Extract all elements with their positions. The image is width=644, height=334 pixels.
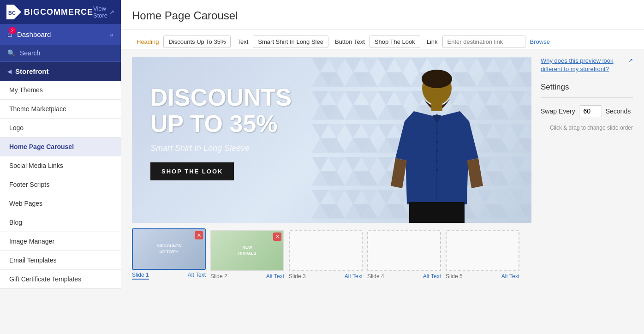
page-title: Home Page Carousel [132, 9, 633, 22]
slide-delete-1[interactable]: ✕ [195, 231, 203, 239]
main-content: Home Page Carousel Heading Discounts Up … [121, 0, 644, 334]
svg-point-13 [436, 141, 438, 143]
sidebar-item-logo[interactable]: Logo [0, 119, 121, 137]
svg-text:BC: BC [8, 10, 16, 16]
drag-hint: Click & drag to change slide order [541, 125, 633, 131]
sidebar-item-my-themes[interactable]: My Themes [0, 81, 121, 100]
slide-thumb-5[interactable] [446, 230, 519, 271]
slide-footer-1: Slide 1Alt Text [132, 272, 206, 280]
slide-footer-5: Slide 5Alt Text [446, 273, 519, 280]
slide-footer-2: Slide 2Alt Text [210, 273, 284, 280]
slide-thumb-2[interactable]: ✕ [210, 230, 284, 271]
slide-alt-text-4[interactable]: Alt Text [423, 273, 441, 280]
view-store-link[interactable]: View Store ↗ [93, 5, 114, 19]
sidebar-item-image-manager[interactable]: Image Manager [0, 232, 121, 251]
svg-point-12 [436, 132, 438, 134]
dashboard-label: Dashboard [17, 30, 51, 38]
dashboard-row[interactable]: ⌂ 2 Dashboard « [0, 24, 121, 45]
slide-footer-3: Slide 3Alt Text [289, 273, 363, 280]
text-tab-label: Text [233, 35, 253, 49]
settings-heading: Settings [541, 83, 633, 92]
search-icon: 🔍 [7, 49, 15, 57]
right-panel: Why does this preview look different to … [541, 57, 633, 327]
slide-number-4[interactable]: Slide 4 [367, 273, 384, 280]
slide-thumb-1[interactable]: ✕ [132, 228, 206, 270]
button-tab-label: Button Text [330, 35, 370, 49]
sidebar-item-blog[interactable]: Blog [0, 213, 121, 232]
nav-items: My ThemesTheme MarketplaceLogoHome Page … [0, 81, 121, 334]
link-input[interactable] [442, 36, 525, 48]
slide-delete-2[interactable]: ✕ [273, 233, 281, 241]
carousel-section: DISCOUNTS UP TO 35% Smart Shirt In Long … [132, 57, 531, 327]
text-value-tab[interactable]: Smart Shirt In Long Slee [253, 36, 328, 48]
storefront-collapse-icon: ◀ [7, 68, 12, 75]
dashboard-icon: ⌂ 2 [7, 30, 12, 39]
slide-alt-text-1[interactable]: Alt Text [188, 272, 206, 280]
preview-heading: DISCOUNTS UP TO 35% [150, 84, 326, 137]
sidebar-item-home-page-carousel[interactable]: Home Page Carousel [0, 137, 121, 156]
slide-alt-text-2[interactable]: Alt Text [266, 273, 284, 280]
svg-rect-10 [431, 102, 442, 111]
slide-number-2[interactable]: Slide 2 [210, 273, 227, 280]
slide-alt-text-5[interactable]: Alt Text [501, 273, 519, 280]
heading-tab-label: Heading [132, 35, 163, 49]
external-icon: ↗ [628, 57, 633, 65]
search-row[interactable]: 🔍 Search [0, 45, 121, 62]
svg-point-16 [436, 169, 438, 171]
swap-row: Swap Every Seconds [541, 105, 633, 117]
slide-number-3[interactable]: Slide 3 [289, 273, 306, 280]
slide-image-1 [133, 229, 205, 269]
slide-number-1[interactable]: Slide 1 [132, 272, 149, 280]
slide-number-5[interactable]: Slide 5 [446, 273, 463, 280]
sidebar-item-gift-certificate-templates[interactable]: Gift Certificate Templates [0, 270, 121, 289]
swap-seconds-input[interactable] [579, 105, 602, 117]
preview-shop-button[interactable]: SHOP THE LOOK [150, 162, 234, 180]
sidebar-item-theme-marketplace[interactable]: Theme Marketplace [0, 100, 121, 119]
slide-alt-text-3[interactable]: Alt Text [345, 273, 363, 280]
carousel-preview: DISCOUNTS UP TO 35% Smart Shirt In Long … [132, 57, 531, 223]
tabs-row: Heading Discounts Up To 35% Text Smart S… [121, 30, 644, 49]
settings-divider [541, 97, 633, 98]
search-label: Search [20, 49, 40, 57]
svg-point-9 [422, 70, 452, 88]
svg-point-14 [436, 150, 438, 153]
why-preview-link[interactable]: Why does this preview look different to … [541, 57, 633, 73]
slides-row: ✕Slide 1Alt Text✕Slide 2Alt TextSlide 3A… [132, 228, 531, 280]
slide-item-2: ✕Slide 2Alt Text [210, 230, 284, 280]
sidebar: BC BIGCOMMERCE View Store ↗ ⌂ 2 Dashboar… [0, 0, 121, 334]
collapse-sidebar-icon[interactable]: « [110, 31, 113, 38]
slide-thumb-3[interactable] [289, 230, 363, 271]
slide-item-1: ✕Slide 1Alt Text [132, 228, 206, 280]
notification-badge: 2 [9, 27, 16, 34]
browse-button[interactable]: Browse [530, 38, 550, 45]
sidebar-item-social-media-links[interactable]: Social Media Links [0, 156, 121, 175]
sidebar-header: BC BIGCOMMERCE View Store ↗ [0, 0, 121, 24]
sidebar-item-email-templates[interactable]: Email Templates [0, 251, 121, 270]
svg-rect-17 [409, 202, 465, 223]
preview-overlay-text: DISCOUNTS UP TO 35% Smart Shirt In Long … [150, 84, 326, 180]
slide-item-5: Slide 5Alt Text [446, 230, 519, 280]
button-value-tab[interactable]: Shop The Look [370, 36, 420, 48]
why-preview-text: Why does this preview look different to … [541, 57, 626, 73]
model-figure [370, 66, 504, 223]
slide-footer-4: Slide 4Alt Text [367, 273, 441, 280]
swap-label: Swap Every [541, 107, 575, 115]
model-svg [377, 66, 497, 223]
page-header: Home Page Carousel [121, 0, 644, 30]
sidebar-item-web-pages[interactable]: Web Pages [0, 194, 121, 213]
slide-item-4: Slide 4Alt Text [367, 230, 441, 280]
slide-image-2 [211, 231, 283, 270]
storefront-label: Storefront [15, 67, 49, 75]
storefront-section[interactable]: ◀ Storefront [0, 62, 121, 81]
heading-value-tab[interactable]: Discounts Up To 35% [163, 36, 231, 48]
logo-text: BIGCOMMERCE [24, 7, 93, 17]
slide-thumb-4[interactable] [367, 230, 441, 271]
preview-subtext: Smart Shirt In Long Sleeve [150, 143, 326, 153]
swap-unit: Seconds [606, 107, 631, 115]
link-tab-label: Link [422, 35, 442, 49]
sidebar-item-footer-scripts[interactable]: Footer Scripts [0, 175, 121, 194]
external-link-icon: ↗ [109, 9, 114, 16]
content-area: DISCOUNTS UP TO 35% Smart Shirt In Long … [121, 49, 644, 334]
bigcommerce-logo-icon: BC [6, 5, 21, 19]
logo-area: BC BIGCOMMERCE [6, 5, 93, 19]
